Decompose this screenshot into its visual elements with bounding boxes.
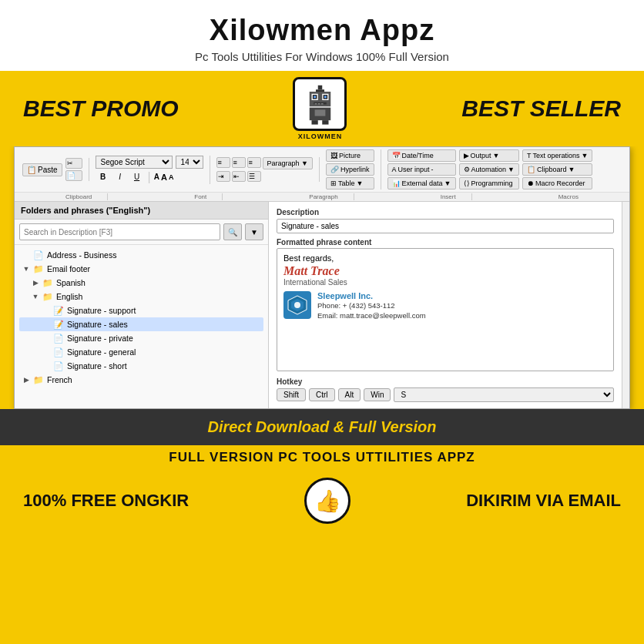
company-info: Sleepwell Inc. Phone: + (432) 543-112 Em… <box>317 291 426 321</box>
hotkey-section: Hotkey Shift Ctrl Alt Win S <box>277 377 614 402</box>
align-left-button[interactable]: ≡ <box>216 157 230 168</box>
footer-right-text: DIKIRIM VIA EMAIL <box>466 491 621 511</box>
align-center-button[interactable]: ≡ <box>232 157 246 168</box>
font-name-select[interactable]: Segoe Script <box>96 156 173 169</box>
svg-rect-8 <box>324 96 327 98</box>
promo-bar: BEST PROMO <box>0 71 644 146</box>
svg-rect-12 <box>321 103 324 104</box>
scrollbar[interactable] <box>622 202 629 408</box>
output-button[interactable]: ▶ Output ▼ <box>459 149 519 162</box>
automation-button[interactable]: ⚙ Automation ▼ <box>459 163 519 176</box>
company-logo <box>283 291 311 319</box>
hotkey-select[interactable]: S <box>394 387 614 402</box>
hotkey-label: Hotkey <box>277 377 614 386</box>
panel-header: Folders and phrases ("English") <box>15 202 268 220</box>
svg-rect-11 <box>318 103 320 104</box>
file-icon: 📄 <box>53 361 64 371</box>
alt-key-button[interactable]: Alt <box>338 388 361 401</box>
userinput-button[interactable]: A User input - <box>387 163 456 176</box>
description-row: Description <box>277 208 614 233</box>
content-label: Formatted phrase content <box>277 238 614 247</box>
promo-left: BEST PROMO <box>23 96 179 122</box>
logo-box <box>293 77 347 131</box>
search-input[interactable] <box>19 223 220 240</box>
folder-icon: 📁 <box>33 263 44 274</box>
indent-button[interactable]: ⇥ <box>216 171 230 182</box>
svg-point-19 <box>294 302 300 308</box>
company-logo-icon <box>287 294 308 316</box>
expand-icon: ▼ <box>32 293 39 300</box>
list-item[interactable]: ▶ 📁 French <box>19 373 263 387</box>
paste-icon: 📋 <box>27 166 36 174</box>
file-icon: 📄 <box>53 333 64 344</box>
list-button[interactable]: ☰ <box>247 171 261 182</box>
outdent-button[interactable]: ⇤ <box>232 171 246 182</box>
list-item[interactable]: 📄 Signature - general <box>19 345 263 359</box>
full-version-text: FULL VERSION PC TOOLS UTTILITIES APPZ <box>0 450 644 465</box>
italic-button[interactable]: I <box>112 170 128 184</box>
macros-label: Macros <box>543 193 594 200</box>
bold-button[interactable]: B <box>96 170 111 184</box>
insert-group: 🖼 Picture 🔗 Hyperlink ⊞ Table ▼ <box>326 149 381 190</box>
full-version-bar: FULL VERSION PC TOOLS UTTILITIES APPZ <box>0 445 644 468</box>
file-icon: 📄 <box>53 347 64 357</box>
list-item[interactable]: 📄 Signature - private <box>19 331 263 345</box>
header-section: Xilowmen Appz Pc Tools Uttilities For Wi… <box>0 0 644 71</box>
textops-button[interactable]: T Text operations ▼ <box>522 149 592 162</box>
list-item[interactable]: ▼ 📁 English <box>19 290 263 304</box>
list-item[interactable]: 📝 Signature - sales <box>19 317 263 331</box>
underline-button[interactable]: U <box>129 170 145 184</box>
list-item[interactable]: ▶ 📁 Spanish <box>19 276 263 290</box>
search-button[interactable]: 🔍 <box>223 223 242 240</box>
list-item[interactable]: 📄 Address - Business <box>19 248 263 262</box>
picture-button[interactable]: 🖼 Picture <box>326 149 374 162</box>
list-item[interactable]: 📄 Signature - short <box>19 359 263 373</box>
download-section: Direct Download & Full Version <box>0 409 644 445</box>
win-key-button[interactable]: Win <box>364 388 391 401</box>
company-email: Email: matt.trace@sleepwell.com <box>317 310 426 320</box>
hyperlink-button[interactable]: 🔗 Hyperlink <box>326 163 374 176</box>
search-dropdown-button[interactable]: ▼ <box>245 223 263 240</box>
datetime-button[interactable]: 📅 Date/Time <box>387 149 456 162</box>
macros-group: 📅 Date/Time A User input - 📊 External da… <box>387 149 593 190</box>
separator: | <box>148 170 151 184</box>
section-labels-row: Clipboard Font Paragraph Insert Macros <box>15 193 629 202</box>
clipboard-label: Clipboard <box>50 193 108 200</box>
expand-icon: ▼ <box>22 265 30 273</box>
footer-left-text: 100% FREE ONGKIR <box>23 491 189 511</box>
macrorecorder-button[interactable]: ⏺ Macro Recorder <box>522 177 592 190</box>
shift-key-button[interactable]: Shift <box>277 388 306 401</box>
search-bar: 🔍 ▼ <box>15 220 268 245</box>
desc-input[interactable] <box>277 219 614 233</box>
svg-rect-16 <box>322 120 328 125</box>
align-right-button[interactable]: ≡ <box>247 157 261 168</box>
svg-rect-1 <box>316 89 324 92</box>
content-area[interactable]: Best regards, Matt Trace International S… <box>277 248 614 371</box>
company-phone: Phone: + (432) 543-112 <box>317 300 426 310</box>
clipboard2-button[interactable]: 📋 Clipboard ▼ <box>522 163 592 176</box>
sig-name: Matt Trace <box>283 264 607 278</box>
svg-rect-14 <box>315 109 326 116</box>
company-block: Sleepwell Inc. Phone: + (432) 543-112 Em… <box>283 291 607 321</box>
list-item[interactable]: ▼ 📁 Email footer <box>19 262 263 276</box>
paragraph-button[interactable]: Paragraph ▼ <box>263 157 313 169</box>
list-item[interactable]: 📝 Signature - support <box>19 304 263 317</box>
table-button[interactable]: ⊞ Table ▼ <box>326 177 374 190</box>
left-panel: Folders and phrases ("English") 🔍 ▼ 📄 Ad… <box>15 202 269 408</box>
paste-button[interactable]: 📋 Paste <box>22 163 62 176</box>
programming-button[interactable]: ⟨⟩ Programming <box>459 177 519 190</box>
ctrl-key-button[interactable]: Ctrl <box>309 388 335 401</box>
svg-rect-0 <box>318 85 323 89</box>
logo-label: XILOWMEN <box>298 132 343 140</box>
file-icon: 📄 <box>33 250 44 260</box>
font-size-select[interactable]: 14 <box>176 156 203 169</box>
cut-button[interactable]: ✂ <box>65 158 82 169</box>
copy-button[interactable]: 📄 <box>65 170 82 181</box>
file-icon: 📝 <box>53 305 64 316</box>
font-label: Font <box>179 193 223 200</box>
insert-label: Insert <box>425 193 472 200</box>
app-subtitle: Pc Tools Uttilities For Windows 100% Ful… <box>18 50 626 63</box>
content-row: Formatted phrase content Best regards, M… <box>277 238 614 371</box>
logo-container: XILOWMEN <box>293 77 347 140</box>
externaldata-button[interactable]: 📊 External data ▼ <box>387 177 456 190</box>
